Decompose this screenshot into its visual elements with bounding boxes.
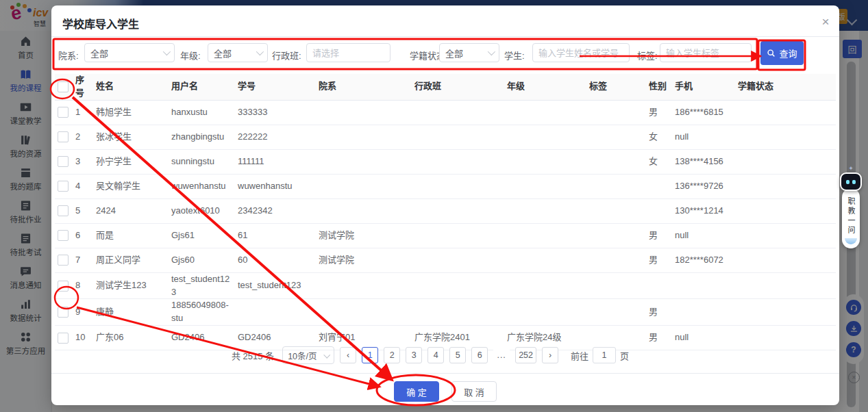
table-cell: 而是: [96, 229, 171, 242]
dept-filter-label: 院系:: [58, 49, 79, 62]
table-row: 9唐静18856049808-stu男: [55, 299, 836, 326]
row-checkbox[interactable]: [58, 156, 69, 167]
table-cell: 孙宁学生: [96, 155, 171, 168]
student-search-input[interactable]: [532, 43, 630, 62]
table-cell: test_student123: [238, 279, 319, 292]
prev-page-button[interactable]: ‹: [340, 347, 356, 363]
table-cell: 138****4156: [675, 155, 738, 168]
goto-page-input[interactable]: [593, 347, 616, 363]
search-button[interactable]: 查询: [760, 41, 804, 65]
student-filter-label: 学生:: [504, 49, 525, 62]
column-header: 标签: [589, 80, 649, 93]
table-row: 52424yaotext60102342342130****1214: [55, 199, 836, 224]
table-cell: GD2406: [171, 331, 238, 344]
row-checkbox[interactable]: [58, 181, 69, 192]
table-cell: 2342342: [238, 205, 319, 218]
page-button[interactable]: 4: [427, 347, 444, 363]
column-header: 姓名: [96, 80, 171, 93]
table-cell: 2424: [96, 205, 171, 218]
table-cell: 男: [649, 331, 675, 344]
row-checkbox[interactable]: [58, 255, 69, 266]
table-cell: GD2406: [238, 331, 319, 344]
table-cell: wuwenhanstu: [171, 180, 238, 193]
table-cell: 10: [75, 331, 96, 344]
table-cell: 张冰学生: [96, 131, 171, 144]
search-icon: [767, 49, 776, 57]
table-cell: test_student123: [171, 273, 238, 299]
grade-select[interactable]: 全部: [208, 43, 268, 62]
table-cell: 4: [75, 180, 96, 193]
table-cell: Gjs61: [171, 229, 238, 242]
table-cell: 测试学生123: [96, 279, 171, 292]
table-cell: 9: [75, 306, 96, 319]
table-cell: yaotext6010: [171, 205, 238, 218]
table-cell: 男: [649, 106, 675, 119]
page-button[interactable]: 3: [406, 347, 422, 363]
table-cell: 6: [75, 229, 96, 242]
table-cell: 61: [238, 229, 319, 242]
grade-filter-label: 年级:: [180, 49, 201, 62]
page-button[interactable]: 1: [362, 347, 378, 363]
close-icon[interactable]: ×: [817, 14, 834, 30]
assistant-label: 职教一问: [845, 197, 856, 235]
table-cell: 182****6072: [675, 254, 738, 267]
table-cell: 刘宵宁01: [319, 331, 414, 344]
status-select[interactable]: 全部: [439, 43, 499, 62]
select-all-checkbox[interactable]: [58, 81, 69, 92]
table-cell: 唐静: [96, 306, 171, 319]
class-filter-label: 行政班:: [272, 49, 301, 62]
table-row: 1韩旭学生hanxustu333333男186****6815: [55, 101, 836, 125]
table-cell: null: [675, 131, 738, 144]
column-header: 性别: [649, 80, 675, 93]
column-header: 序号: [75, 74, 96, 100]
table-cell: zhangbingstu: [171, 131, 238, 144]
search-button-label: 查询: [779, 47, 797, 60]
column-header: 手机: [675, 80, 738, 93]
table-cell: 广东学院24级: [507, 331, 589, 344]
modal-footer: 确 定 取 消: [51, 373, 839, 405]
dept-select-value: 全部: [90, 47, 108, 60]
wave-icon: [845, 238, 857, 244]
goto-unit-label: 页: [620, 349, 629, 362]
tag-input[interactable]: [660, 43, 752, 62]
page-button[interactable]: 6: [471, 347, 488, 363]
page-button[interactable]: 252: [515, 347, 536, 363]
row-checkbox[interactable]: [58, 281, 69, 292]
table-cell: 广东学院2401: [414, 331, 507, 344]
cancel-button[interactable]: 取 消: [451, 381, 497, 402]
next-page-button[interactable]: ›: [542, 347, 558, 363]
dept-select[interactable]: 全部: [84, 43, 175, 62]
import-students-modal: 学校库导入学生 × 院系: 全部 年级: 全部 行政班: 学籍状态: 全部 学生…: [51, 5, 839, 405]
table-cell: 吴文翰学生: [96, 180, 171, 193]
row-checkbox[interactable]: [58, 333, 69, 344]
students-table: 序号姓名用户名学号院系行政班年级标签性别手机学籍状态 1韩旭学生hanxustu…: [55, 74, 836, 350]
tag-filter-label: 标签:: [637, 49, 658, 62]
row-checkbox[interactable]: [58, 131, 69, 142]
row-checkbox[interactable]: [58, 307, 69, 318]
table-row: 7周正义同学Gjs6060测试学院男182****6072: [55, 248, 836, 273]
grade-select-value: 全部: [214, 47, 232, 60]
assistant-widget[interactable]: ✦ 职教一问: [840, 166, 862, 248]
column-header: 行政班: [414, 80, 507, 93]
row-checkbox[interactable]: [58, 205, 69, 216]
table-cell: 3: [75, 155, 96, 168]
table-cell: wuwenhanstu: [238, 180, 319, 193]
page-size-select[interactable]: 10条/页: [282, 346, 334, 364]
page-button[interactable]: 5: [449, 347, 466, 363]
table-cell: 222222: [238, 131, 319, 144]
row-checkbox[interactable]: [58, 230, 69, 241]
table-cell: 男: [649, 229, 675, 242]
row-checkbox[interactable]: [58, 107, 69, 118]
table-cell: 111111: [238, 155, 319, 168]
table-cell: 18856049808-stu: [171, 299, 238, 325]
class-input[interactable]: [306, 43, 390, 62]
goto-label: 前往: [571, 349, 588, 362]
confirm-button[interactable]: 确 定: [394, 381, 439, 402]
assistant-pill[interactable]: 职教一问: [842, 188, 860, 248]
table-row: 3孙宁学生sunningstu111111女138****4156: [55, 150, 836, 175]
table-cell: 男: [649, 254, 675, 267]
page-button[interactable]: 2: [384, 347, 400, 363]
table-cell: 186****6815: [675, 106, 738, 119]
table-body: 1韩旭学生hanxustu333333男186****68152张冰学生zhan…: [55, 101, 836, 350]
table-cell: null: [675, 331, 738, 344]
